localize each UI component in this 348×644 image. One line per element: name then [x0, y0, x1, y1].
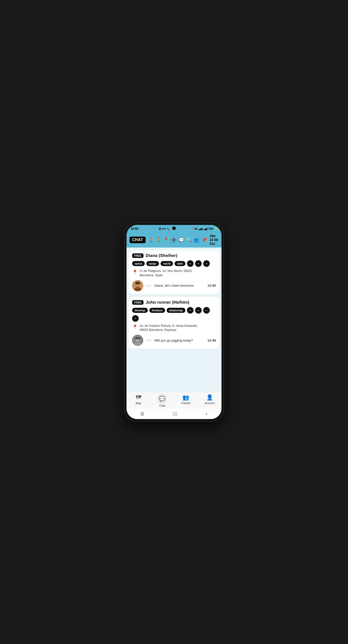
add-person-icon[interactable]: ➕ — [171, 237, 177, 243]
chat-nav-active-bg: 💬 — [157, 394, 167, 403]
home-icon[interactable]: ⬜ — [172, 411, 177, 416]
john-pin-icon: 📍 — [132, 324, 138, 330]
diana-message: Diana, let's meet tomorrow — [154, 284, 205, 287]
chat-list: FREE Diana (She/her) opera tango nacht d… — [126, 248, 222, 392]
people-icon[interactable]: 👥 — [194, 237, 199, 243]
diana-name: Diana (She/her) — [146, 253, 177, 258]
map-pin-icon[interactable]: 📌 — [201, 237, 207, 243]
john-minus-4[interactable]: – — [132, 315, 139, 322]
chat-label: CHAT — [130, 237, 146, 243]
location-icon: 📍 — [190, 227, 193, 230]
battery-percent: 76% — [208, 227, 213, 230]
nav-friends[interactable]: 👥 Friends — [178, 394, 194, 407]
map-nav-icon: 🗺 — [136, 394, 141, 401]
diana-message-row: ✓✓ Diana, let's meet tomorrow 12:50 — [132, 280, 216, 291]
location-header-icon[interactable]: 📍 — [163, 237, 169, 243]
header-icons: 🚶 🚶 📍 ➕ 💬 🔍 👥 📌 — [148, 237, 207, 243]
diana-free-badge: FREE — [132, 253, 144, 258]
john-name: John runner (He/him) — [146, 300, 189, 305]
nav-chat[interactable]: 💬 Chat — [154, 394, 170, 407]
john-location-row: 📍 Av. de Frederic Rahola, 6, Horta-Guina… — [132, 324, 216, 332]
john-tags: develop firebase whatsmap – – – – — [132, 307, 216, 322]
nav-friends-label: Friends — [181, 402, 191, 405]
diana-time: 12:50 — [208, 284, 216, 287]
john-message: Will you go jogging today? — [154, 339, 205, 342]
status-time: 12:50 — [131, 227, 138, 231]
nav-account-label: Account — [204, 402, 215, 405]
chat-card-diana[interactable]: FREE Diana (She/her) opera tango nacht d… — [129, 250, 219, 294]
john-message-row: ✓✓ Will you go jogging today? 12:49 — [132, 335, 216, 346]
photo-icon: 🖼 — [159, 227, 161, 230]
tag-date: date — [175, 261, 185, 266]
signal-5g: 5G — [194, 227, 198, 230]
phone-screen: 12:50 🖼 wzz 📞 📍 5G — [126, 225, 222, 419]
diana-header: FREE Diana (She/her) — [132, 253, 216, 258]
account-nav-icon: 👤 — [206, 394, 213, 401]
nav-chat-label: Chat — [159, 404, 165, 407]
status-right: 📍 5G 76% 🔋 — [190, 227, 217, 230]
john-avatar — [132, 335, 143, 346]
timer: 30d 23 58 21s — [210, 234, 218, 246]
diana-read-icon: ✓✓ — [146, 284, 152, 288]
camera-notch — [172, 226, 176, 230]
wzz-icon: wzz — [162, 227, 166, 230]
phone-frame: 12:50 🖼 wzz 📞 📍 5G — [124, 223, 224, 421]
john-free-badge: FREE — [132, 300, 144, 305]
search-person-icon[interactable]: 🔍 — [186, 237, 192, 243]
tag-nacht: nacht — [161, 261, 173, 266]
nav-account[interactable]: 👤 Account — [202, 394, 217, 407]
tag-firebase: firebase — [149, 308, 165, 313]
diana-tags: opera tango nacht date – – – — [132, 260, 216, 267]
tag-tango: tango — [146, 261, 159, 266]
svg-point-4 — [135, 282, 140, 285]
john-minus-2[interactable]: – — [195, 307, 202, 314]
john-header: FREE John runner (He/him) — [132, 300, 216, 305]
diana-minus-3[interactable]: – — [203, 260, 210, 267]
john-time: 12:49 — [208, 339, 216, 342]
system-bar: ||| ⬜ ‹ — [126, 409, 222, 419]
chat-nav-icon: 💬 — [159, 396, 165, 402]
diana-minus-2[interactable]: – — [195, 260, 202, 267]
battery-icon: 🔋 — [214, 227, 217, 230]
bottom-nav: 🗺 Map 💬 Chat 👥 Friends 👤 Account — [126, 392, 222, 409]
recent-apps-icon[interactable]: ||| — [141, 411, 144, 416]
person-icon-1[interactable]: 🚶 — [148, 237, 154, 243]
message-icon[interactable]: 💬 — [179, 237, 184, 243]
app-header: CHAT 🚶 🚶 📍 ➕ 💬 🔍 👥 📌 30d 23 58 21s — [126, 232, 222, 248]
chat-card-john[interactable]: FREE John runner (He/him) develop fireba… — [129, 297, 219, 349]
tag-whatsmap: whatsmap — [167, 308, 185, 313]
friends-nav-icon: 👥 — [182, 394, 189, 401]
diana-location-row: 📍 C/ de Pitàgores, 14, Nou Barris, 08031… — [132, 269, 216, 278]
signal-bars — [199, 227, 202, 230]
back-icon[interactable]: ‹ — [205, 411, 207, 417]
call-icon: 📞 — [167, 227, 170, 230]
john-read-icon: ✓✓ — [146, 338, 152, 342]
john-minus-1[interactable]: – — [187, 307, 194, 314]
tag-opera: opera — [132, 261, 145, 266]
nav-map-label: Map — [136, 402, 141, 405]
status-icons: 🖼 wzz 📞 — [159, 227, 170, 230]
diana-avatar — [132, 280, 143, 291]
diana-minus-1[interactable]: – — [187, 260, 194, 267]
person-icon-2[interactable]: 🚶 — [156, 237, 161, 243]
john-minus-3[interactable]: – — [203, 307, 210, 314]
signal-bars-2 — [203, 227, 207, 230]
nav-map[interactable]: 🗺 Map — [131, 394, 146, 407]
svg-point-8 — [135, 337, 140, 340]
tag-develop: develop — [132, 308, 148, 313]
john-address: Av. de Frederic Rahola, 6, Horta-Guinard… — [140, 324, 198, 332]
diana-address: C/ de Pitàgores, 14, Nou Barris, 08031Ba… — [140, 269, 192, 278]
diana-pin-icon: 📍 — [132, 269, 138, 275]
